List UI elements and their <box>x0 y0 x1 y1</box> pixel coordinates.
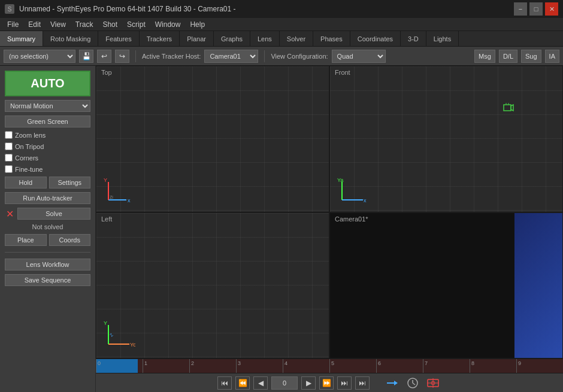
menu-edit[interactable]: Edit <box>23 19 46 30</box>
arrow-icon <box>386 378 399 388</box>
tab-lens[interactable]: Lens <box>250 31 280 46</box>
record-icon-button[interactable] <box>425 376 441 390</box>
not-solved-label: Not solved <box>5 223 90 230</box>
msg-button[interactable]: Msg <box>474 50 495 63</box>
tab-lights[interactable]: Lights <box>426 31 459 46</box>
undo-button[interactable]: ↩ <box>97 50 111 63</box>
separator2 <box>264 50 265 62</box>
corners-checkbox[interactable] <box>5 154 13 162</box>
arrow-icon-button[interactable] <box>384 376 401 390</box>
frame-input[interactable] <box>271 376 298 390</box>
tick-4: 4 <box>283 359 329 373</box>
titlebar: S Unnamed - SynthEyes Pro Demo 64-bit 14… <box>0 0 563 18</box>
tab-trackers[interactable]: Trackers <box>140 31 180 46</box>
viewport-camera[interactable]: Camera01* <box>329 212 563 359</box>
fast-forward-button[interactable]: ⏭ <box>355 376 370 390</box>
sug-button[interactable]: Sug <box>521 50 541 63</box>
svg-text:Ya: Ya <box>337 177 343 183</box>
timeline[interactable]: 0 1 2 3 4 5 6 7 8 9 <box>96 358 563 373</box>
cancel-solve-button[interactable]: ✕ <box>5 208 15 220</box>
selection-dropdown[interactable]: (no selection) <box>4 50 75 63</box>
place-button[interactable]: Place <box>5 234 47 246</box>
viewport-front[interactable]: Front x Ya <box>329 66 563 212</box>
ia-button[interactable]: IA <box>545 50 559 63</box>
viewport-area: Top x Y Zi Front <box>96 66 563 392</box>
timeline-track: 0 1 2 3 4 5 6 7 8 9 <box>96 359 563 373</box>
viewport-top-label: Top <box>101 69 112 76</box>
tracker-host-dropdown[interactable]: Camera01 <box>204 50 258 63</box>
viewport-left-label: Left <box>101 215 112 223</box>
viewport-front-label: Front <box>335 69 350 76</box>
toolbar: (no selection) 💾 ↩ ↪ Active Tracker Host… <box>0 47 563 66</box>
menu-script[interactable]: Script <box>122 19 150 30</box>
tab-summary[interactable]: Summary <box>0 31 43 46</box>
tab-coordinates[interactable]: Coordinates <box>350 31 401 46</box>
camera-object-icon <box>503 102 514 114</box>
svg-text:Yo: Yo <box>130 342 135 348</box>
motion-dropdown[interactable]: Normal Motion Pan/Tilt/Roll Linear Nodal <box>5 100 90 112</box>
tab-graphs[interactable]: Graphs <box>214 31 250 46</box>
tab-solver[interactable]: Solver <box>280 31 313 46</box>
save-sequence-button[interactable]: Save Sequence <box>5 274 90 286</box>
zoom-lens-checkbox[interactable] <box>5 131 13 139</box>
menu-shot[interactable]: Shot <box>98 19 122 30</box>
zoom-lens-label: Zoom lens <box>15 132 46 139</box>
coords-button[interactable]: Coords <box>49 234 91 246</box>
tab-planar[interactable]: Planar <box>180 31 214 46</box>
viewport-top[interactable]: Top x Y Zi <box>96 66 329 212</box>
hold-button[interactable]: Hold <box>5 177 47 189</box>
tab-roto-masking[interactable]: Roto Masking <box>43 31 98 46</box>
fine-tune-checkbox[interactable] <box>5 165 13 173</box>
corners-label: Corners <box>15 154 38 162</box>
tab-3d[interactable]: 3-D <box>401 31 426 46</box>
on-tripod-checkbox[interactable] <box>5 142 13 150</box>
close-button[interactable]: ✕ <box>545 2 558 16</box>
menu-help[interactable]: Help <box>185 19 210 30</box>
svg-rect-5 <box>504 105 511 111</box>
run-autotracker-button[interactable]: Run Auto-tracker <box>5 192 90 204</box>
tick-9: 9 <box>516 359 563 373</box>
timeline-ticks: 0 1 2 3 4 5 6 7 8 9 <box>96 359 563 373</box>
clock-icon-button[interactable] <box>404 376 421 390</box>
svg-text:Y: Y <box>104 320 107 326</box>
maximize-button[interactable]: □ <box>529 2 543 16</box>
tick-5: 5 <box>329 359 376 373</box>
app-icon: S <box>5 4 14 14</box>
redo-button[interactable]: ↪ <box>115 50 129 63</box>
tick-1: 1 <box>143 359 189 373</box>
camera-blue-area <box>514 213 562 358</box>
menu-track[interactable]: Track <box>71 19 98 30</box>
save-button[interactable]: 💾 <box>79 50 93 63</box>
viewport-left[interactable]: Left Yo Y Z <box>96 212 329 359</box>
view-config-dropdown[interactable]: Quad <box>332 50 386 63</box>
settings-button[interactable]: Settings <box>49 177 91 189</box>
minimize-button[interactable]: − <box>514 2 527 16</box>
menu-window[interactable]: Window <box>150 19 186 30</box>
playback-controls: ⏮ ⏪ ◀ ▶ ⏩ ⏭ ⏭ <box>96 373 563 392</box>
step-back-more-button[interactable]: ⏪ <box>235 376 250 390</box>
svg-line-22 <box>413 383 415 385</box>
menu-view[interactable]: View <box>46 19 71 30</box>
tab-phases[interactable]: Phases <box>313 31 350 46</box>
place-coords-row: Place Coords <box>5 234 90 246</box>
dl-button[interactable]: D/L <box>499 50 517 63</box>
on-tripod-row: On Tripod <box>5 142 90 150</box>
view-config-label: View Configuration: <box>271 53 328 60</box>
auto-button[interactable]: AUTO <box>5 71 90 96</box>
lens-workflow-button[interactable]: Lens Workflow <box>5 259 90 271</box>
viewport-camera-label: Camera01* <box>335 215 368 223</box>
tick-3: 3 <box>236 359 283 373</box>
green-screen-button[interactable]: Green Screen <box>5 116 90 127</box>
step-back-button[interactable]: ◀ <box>253 376 268 390</box>
solve-button[interactable]: Solve <box>17 208 90 220</box>
tab-bar: Summary Roto Masking Features Trackers P… <box>0 31 563 47</box>
goto-start-button[interactable]: ⏮ <box>217 376 232 390</box>
menu-file[interactable]: File <box>2 19 23 30</box>
tick-0: 0 <box>96 359 143 373</box>
tab-features[interactable]: Features <box>98 31 139 46</box>
step-forward-more-button[interactable]: ⏩ <box>319 376 334 390</box>
axis-left-icon: Yo Y Z <box>102 319 135 352</box>
play-forward-button[interactable]: ▶ <box>301 376 316 390</box>
goto-end-button[interactable]: ⏭ <box>337 376 352 390</box>
axis-top-icon: x Y Zi <box>102 176 132 206</box>
